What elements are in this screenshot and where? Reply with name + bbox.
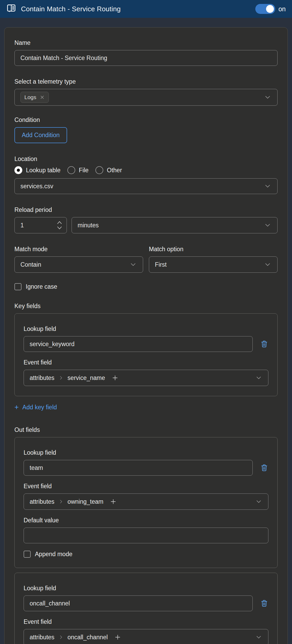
delete-key-field-button[interactable] xyxy=(260,340,268,348)
append-mode-row[interactable]: Append mode xyxy=(24,551,268,558)
match-option-col: Match option First xyxy=(149,245,278,273)
append-mode-label: Append mode xyxy=(35,551,72,558)
radio-label: Lookup table xyxy=(26,167,61,174)
ignore-case-row[interactable]: Ignore case xyxy=(14,283,278,290)
event-field-label: Event field xyxy=(24,618,268,625)
key-field-card: Lookup field service_keyword Event field xyxy=(14,313,278,396)
ignore-case-label: Ignore case xyxy=(26,283,57,290)
radio-lookup-table[interactable]: Lookup table xyxy=(14,166,61,174)
telemetry-select[interactable]: Logs xyxy=(14,89,278,106)
event-path-segment: attributes xyxy=(30,374,55,382)
radio-file[interactable]: File xyxy=(67,166,89,174)
out-field-card: Lookup field oncall_channel Event field xyxy=(14,573,278,644)
plus-icon: + xyxy=(14,404,19,411)
chevron-down-icon xyxy=(264,221,272,229)
event-field-label: Event field xyxy=(24,359,268,366)
match-mode-select[interactable]: Contain xyxy=(14,256,143,273)
telemetry-label: Select a telemetry type xyxy=(14,78,278,85)
lookup-field-input[interactable]: service_keyword xyxy=(24,336,253,352)
chevron-down-icon xyxy=(255,498,262,505)
reload-period-section: Reload period 1 minutes xyxy=(14,206,278,233)
chip-remove-icon[interactable] xyxy=(40,95,45,100)
location-label: Location xyxy=(14,155,278,163)
event-field-select[interactable]: attributes owning_team xyxy=(24,493,268,510)
lookup-field-input[interactable]: oncall_channel xyxy=(24,595,253,611)
default-value-input[interactable] xyxy=(24,528,268,543)
event-path-segment: attributes xyxy=(30,498,55,505)
event-field-label: Event field xyxy=(24,482,268,490)
match-option-label: Match option xyxy=(149,245,278,253)
add-path-segment-icon[interactable] xyxy=(110,498,117,505)
trash-icon xyxy=(260,599,268,608)
event-path-segment: service_name xyxy=(68,374,105,382)
lookup-field-value: team xyxy=(30,464,43,471)
chevron-right-icon xyxy=(58,634,64,640)
trash-icon xyxy=(260,463,268,472)
match-option-select[interactable]: First xyxy=(149,256,278,273)
page-title: Contain Match - Service Routing xyxy=(21,5,121,13)
name-input-value: Contain Match - Service Routing xyxy=(20,55,107,62)
radio-label: Other xyxy=(107,167,122,174)
match-mode-label: Match mode xyxy=(14,245,143,253)
stepper-down-icon[interactable] xyxy=(57,226,62,230)
location-section: Location Lookup table File Other service… xyxy=(14,155,278,194)
lookup-table-select[interactable]: services.csv xyxy=(14,178,278,194)
chevron-down-icon xyxy=(264,261,272,269)
radio-other[interactable]: Other xyxy=(95,166,122,174)
enabled-toggle[interactable] xyxy=(255,4,275,14)
toggle-knob xyxy=(266,5,274,13)
add-key-field-label: Add key field xyxy=(22,404,57,411)
number-stepper xyxy=(57,221,62,230)
ignore-case-checkbox[interactable] xyxy=(14,283,21,290)
add-path-segment-icon[interactable] xyxy=(111,374,119,382)
key-fields-label: Key fields xyxy=(14,302,278,310)
telemetry-chip-logs[interactable]: Logs xyxy=(20,92,49,103)
lookup-field-input[interactable]: team xyxy=(24,460,253,476)
out-fields-section: Out fields Lookup field team Event field xyxy=(14,426,278,644)
append-mode-checkbox[interactable] xyxy=(24,551,31,558)
default-value-label: Default value xyxy=(24,517,268,524)
chip-label: Logs xyxy=(24,94,36,100)
radio-label: File xyxy=(79,167,89,174)
radio-unselected-icon xyxy=(67,166,75,174)
stepper-up-icon[interactable] xyxy=(57,221,62,224)
name-input[interactable]: Contain Match - Service Routing xyxy=(14,50,278,66)
lookup-field-value: service_keyword xyxy=(30,341,74,348)
toggle-state-label: on xyxy=(278,5,286,13)
lookup-field-label: Lookup field xyxy=(24,325,268,332)
out-fields-label: Out fields xyxy=(14,426,278,433)
trash-icon xyxy=(260,340,268,348)
radio-unselected-icon xyxy=(95,166,103,174)
name-label: Name xyxy=(14,39,278,46)
chevron-down-icon xyxy=(255,634,262,641)
add-path-segment-icon[interactable] xyxy=(114,634,121,641)
add-key-field-link[interactable]: + Add key field xyxy=(14,404,57,411)
reload-period-unit-select[interactable]: minutes xyxy=(72,217,278,233)
reload-period-value: 1 xyxy=(20,222,24,229)
delete-out-field-button[interactable] xyxy=(260,599,268,608)
location-radio-group: Lookup table File Other xyxy=(14,166,278,174)
key-fields-section: Key fields Lookup field service_keyword … xyxy=(14,302,278,411)
event-field-select[interactable]: attributes service_name xyxy=(24,370,268,386)
event-path-segment: oncall_channel xyxy=(68,634,108,641)
delete-out-field-button[interactable] xyxy=(260,463,268,472)
chevron-down-icon xyxy=(264,182,272,190)
lookup-table-value: services.csv xyxy=(20,183,53,190)
match-mode-col: Match mode Contain xyxy=(14,245,143,273)
chevron-down-icon xyxy=(255,374,262,382)
match-mode-value: Contain xyxy=(20,261,41,268)
name-section: Name Contain Match - Service Routing xyxy=(14,39,278,66)
event-field-select[interactable]: attributes oncall_channel xyxy=(24,629,268,644)
processor-header: Contain Match - Service Routing on xyxy=(0,0,292,18)
processor-config-card: Name Contain Match - Service Routing Sel… xyxy=(4,27,288,644)
reload-period-unit-value: minutes xyxy=(78,222,99,229)
event-path-segment: owning_team xyxy=(68,498,104,505)
event-path-segment: attributes xyxy=(30,634,55,641)
telemetry-section: Select a telemetry type Logs xyxy=(14,78,278,106)
chevron-down-icon xyxy=(129,261,137,269)
book-open-icon xyxy=(6,3,16,14)
add-condition-button[interactable]: Add Condition xyxy=(14,127,67,143)
match-section: Match mode Contain Match option First xyxy=(14,245,278,273)
match-option-value: First xyxy=(155,261,167,268)
reload-period-number-input[interactable]: 1 xyxy=(14,217,67,233)
